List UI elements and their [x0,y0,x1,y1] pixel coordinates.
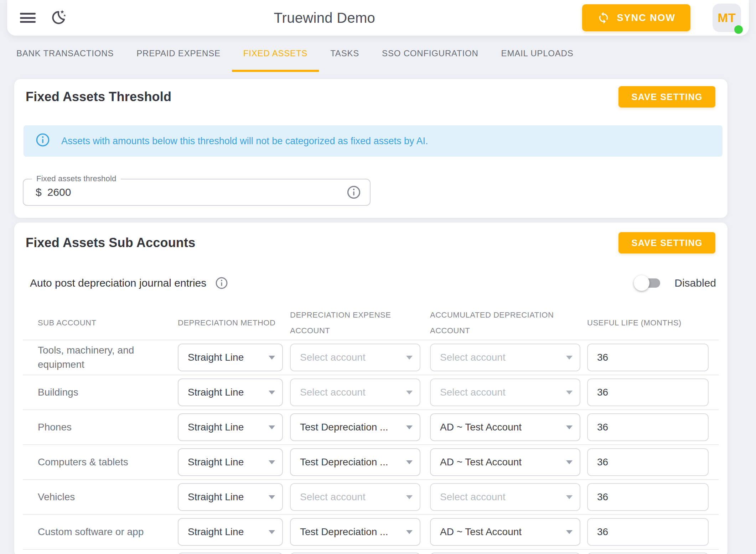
accumulated-account-select[interactable]: AD ~ Test Account [430,518,580,546]
dropdown-arrow-icon [406,460,413,464]
table-header-row: SUB ACCOUNT DEPRECIATION METHOD DEPRECIA… [23,306,719,340]
dropdown-arrow-icon [406,391,413,394]
threshold-card-title: Fixed Assets Threshold [26,89,171,104]
accumulated-account-select[interactable] [430,553,580,554]
dropdown-arrow-icon [406,495,413,499]
sync-now-label: SYNC NOW [617,12,676,23]
tab-email-uploads[interactable]: EMAIL UPLOADS [490,37,585,72]
table-row: Computers & tablets Straight Line Test D… [23,445,719,480]
table-row: Custom software or app Straight Line Tes… [23,515,719,550]
threshold-value[interactable]: 2600 [47,186,345,198]
info-icon [36,133,50,150]
fixed-assets-threshold-card: Fixed Assets Threshold SAVE SETTING Asse… [14,79,727,218]
menu-icon[interactable] [20,13,36,23]
sub-account-label: Vehicles [23,490,178,504]
expense-account-select[interactable] [290,553,420,554]
accumulated-account-select[interactable]: Select account [430,378,580,406]
useful-life-input[interactable]: 36 [587,448,709,476]
sub-account-label: Custom software or app [23,525,178,539]
tab-bar: BANK TRANSACTIONS PREPAID EXPENSE FIXED … [5,37,585,72]
expense-account-select[interactable]: Test Depreciation ... [290,518,420,546]
toggle-state-label: Disabled [674,277,716,289]
threshold-info-text: Assets with amounts below this threshold… [61,136,428,147]
tab-prepaid-expense[interactable]: PREPAID EXPENSE [125,37,232,72]
threshold-field-label: Fixed assets threshold [32,174,121,183]
useful-life-input[interactable]: 36 [587,413,709,441]
dropdown-arrow-icon [406,356,413,360]
dropdown-arrow-icon [269,425,275,429]
auto-post-toggle[interactable] [636,278,660,288]
threshold-info-banner: Assets with amounts below this threshold… [24,125,723,157]
depreciation-method-select[interactable]: Straight Line [178,413,283,441]
col-accumulated-depreciation-account: ACCUMULATED DEPRECIATION ACCOUNT [430,307,587,339]
tab-bank-transactions[interactable]: BANK TRANSACTIONS [5,37,125,72]
sub-account-label: Buildings [23,385,178,399]
col-useful-life: USEFUL LIFE (MONTHS) [587,315,709,331]
sub-account-label: Phones [23,420,178,434]
sync-now-button[interactable]: SYNC NOW [582,4,691,31]
avatar-initials: MT [718,11,736,25]
table-row-partial [23,550,719,554]
info-icon[interactable] [215,276,228,290]
dropdown-arrow-icon [269,356,275,360]
dropdown-arrow-icon [566,460,573,464]
depreciation-method-select[interactable]: Straight Line [178,483,283,511]
sync-icon [597,11,610,24]
depreciation-method-select[interactable]: Straight Line [178,378,283,406]
dropdown-arrow-icon [566,425,573,429]
depreciation-method-select[interactable]: Straight Line [178,448,283,476]
tab-sso-configuration[interactable]: SSO CONFIGURATION [371,37,490,72]
dropdown-arrow-icon [566,495,573,499]
save-sub-accounts-button[interactable]: SAVE SETTING [618,232,715,254]
useful-life-input[interactable]: 36 [587,483,709,511]
dropdown-arrow-icon [566,391,573,394]
avatar[interactable]: MT [713,4,741,32]
tab-tasks[interactable]: TASKS [319,37,371,72]
dropdown-arrow-icon [269,460,275,464]
col-depreciation-expense-account: DEPRECIATION EXPENSE ACCOUNT [290,307,430,339]
dropdown-arrow-icon [269,530,275,534]
sub-accounts-table: SUB ACCOUNT DEPRECIATION METHOD DEPRECIA… [23,306,719,554]
sub-accounts-card-title: Fixed Assets Sub Accounts [26,235,195,250]
table-row: Phones Straight Line Test Depreciation .… [23,410,719,445]
info-icon[interactable] [346,185,361,200]
expense-account-select[interactable]: Test Depreciation ... [290,448,420,476]
accumulated-account-select[interactable]: AD ~ Test Account [430,413,580,441]
threshold-input-field[interactable]: Fixed assets threshold $ 2600 [23,179,371,206]
currency-symbol: $ [36,186,42,198]
useful-life-input[interactable]: 36 [587,344,709,371]
sub-account-label: Tools, machinery, and equipment [23,343,178,372]
auto-post-label: Auto post depreciation journal entries [30,277,206,289]
dropdown-arrow-icon [269,391,275,394]
col-sub-account: SUB ACCOUNT [23,315,178,331]
depreciation-method-select[interactable] [178,553,283,554]
accumulated-account-select[interactable]: AD ~ Test Account [430,448,580,476]
table-row: Vehicles Straight Line Select account Se… [23,480,719,515]
expense-account-select[interactable]: Select account [290,483,420,511]
useful-life-input[interactable] [587,553,709,554]
expense-account-select[interactable]: Test Depreciation ... [290,413,420,441]
expense-account-select[interactable]: Select account [290,378,420,406]
tab-fixed-assets[interactable]: FIXED ASSETS [232,37,319,72]
auto-post-row: Auto post depreciation journal entries D… [30,272,716,294]
toggle-knob [634,275,649,291]
dropdown-arrow-icon [566,356,573,360]
depreciation-method-select[interactable]: Straight Line [178,344,283,371]
table-row: Buildings Straight Line Select account S… [23,375,719,410]
dark-mode-icon[interactable] [49,9,67,27]
fixed-assets-sub-accounts-card: Fixed Assets Sub Accounts SAVE SETTING A… [14,223,727,554]
col-depreciation-method: DEPRECIATION METHOD [178,315,290,331]
useful-life-input[interactable]: 36 [587,518,709,546]
dropdown-arrow-icon [406,425,413,429]
dropdown-arrow-icon [269,495,275,499]
expense-account-select[interactable]: Select account [290,344,420,371]
useful-life-input[interactable]: 36 [587,378,709,406]
sub-account-label: Computers & tablets [23,455,178,469]
accumulated-account-select[interactable]: Select account [430,344,580,371]
table-row: Tools, machinery, and equipment Straight… [23,340,719,375]
accumulated-account-select[interactable]: Select account [430,483,580,511]
dropdown-arrow-icon [566,530,573,534]
save-threshold-button[interactable]: SAVE SETTING [618,86,715,108]
depreciation-method-select[interactable]: Straight Line [178,518,283,546]
app-bar: Truewind Demo SYNC NOW MT [7,0,749,36]
